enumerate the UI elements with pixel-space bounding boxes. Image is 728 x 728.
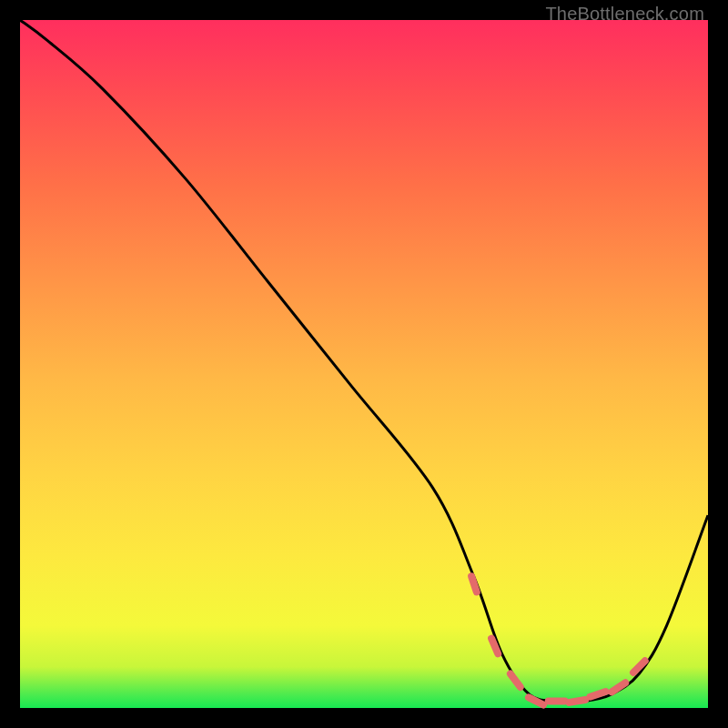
attribution-label: TheBottleneck.com — [545, 4, 704, 25]
highlight-dash — [612, 682, 625, 692]
highlight-dash — [529, 697, 543, 704]
chart-svg — [20, 20, 708, 708]
chart-frame — [20, 20, 708, 708]
highlight-dash — [471, 576, 477, 592]
highlight-dash — [511, 674, 521, 687]
bottleneck-curve — [20, 20, 708, 702]
curve-layer — [20, 20, 708, 702]
highlight-dash — [633, 661, 645, 672]
highlight-dash — [569, 700, 585, 703]
highlight-dash — [591, 692, 606, 697]
